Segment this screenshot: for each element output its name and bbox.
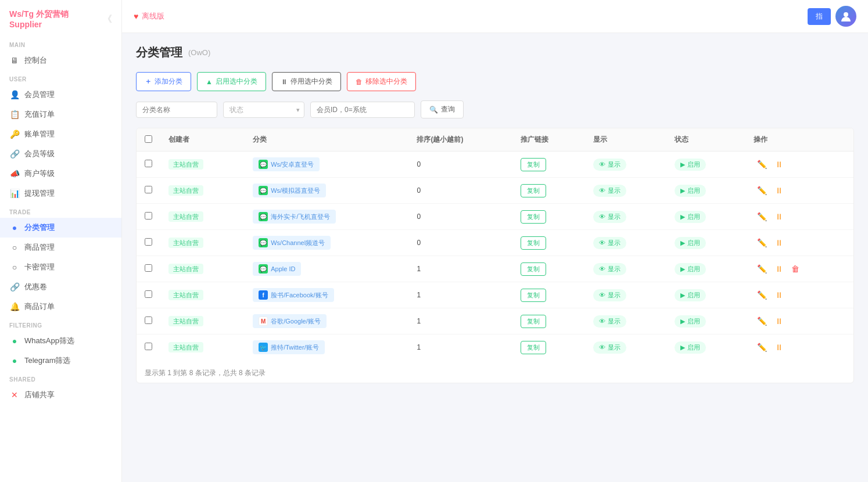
section-main: MAIN [0, 36, 121, 51]
pause-button[interactable]: ⏸ [772, 315, 787, 327]
section-trade: TRADE [0, 203, 121, 218]
sidebar-item-category[interactable]: ● 分类管理 [0, 218, 121, 238]
copy-button[interactable]: 复制 [521, 341, 546, 354]
eye-icon: 👁 [599, 265, 605, 272]
sidebar-item-dashboard[interactable]: 🖥 控制台 [0, 51, 121, 70]
sidebar-item-whatsapp-filter[interactable]: ● WhatsApp筛选 [0, 331, 121, 351]
row-checkbox-2[interactable] [145, 186, 152, 193]
th-display: 显示 [585, 128, 666, 152]
td-category: 💬 Ws/安卓直登号 [245, 152, 408, 178]
table-row: 主站自营 💬 Ws/安卓直登号 0 复制 👁 显示 ▶ 启用 ✏️ [137, 152, 853, 178]
copy-button[interactable]: 复制 [521, 236, 546, 250]
enable-selected-button[interactable]: ▲ 启用选中分类 [197, 72, 266, 91]
status-badge: ▶ 启用 [675, 263, 706, 275]
category-name: Ws/安卓直登号 [271, 160, 314, 169]
copy-button[interactable]: 复制 [521, 184, 546, 197]
edit-button[interactable]: ✏️ [754, 237, 770, 249]
copy-button[interactable]: 复制 [521, 158, 546, 171]
td-status: ▶ 启用 [666, 230, 745, 256]
sidebar-item-member-level[interactable]: 🔗 会员等级 [0, 144, 121, 164]
edit-button[interactable]: ✏️ [754, 185, 770, 196]
th-promo-link: 推广链接 [512, 128, 585, 152]
delete-selected-button[interactable]: 🗑 移除选中分类 [347, 72, 416, 91]
filter-id-input[interactable] [310, 102, 415, 118]
copy-button[interactable]: 复制 [521, 289, 546, 302]
pause-button[interactable]: ⏸ [772, 237, 787, 249]
edit-button[interactable]: ✏️ [754, 315, 770, 327]
copy-button[interactable]: 复制 [521, 262, 546, 276]
td-display: 👁 显示 [585, 152, 666, 178]
td-status: ▶ 启用 [666, 334, 745, 361]
sidebar-item-product-orders[interactable]: 🔔 商品订单 [0, 297, 121, 316]
sidebar-item-telegram-filter[interactable]: ● Telegram筛选 [0, 351, 121, 371]
category-icon: 💬 [259, 186, 268, 195]
pause-button[interactable]: ⏸ [772, 159, 787, 170]
td-promo: 复制 [512, 308, 585, 334]
td-status: ▶ 启用 [666, 282, 745, 308]
td-creator: 主站自营 [160, 256, 245, 282]
category-icon: ● [9, 222, 20, 233]
play-icon: ▶ [680, 187, 685, 195]
status-badge: ▶ 启用 [675, 185, 706, 197]
category-name: Ws/Channel频道号 [271, 239, 325, 247]
filter-status-select[interactable]: 状态 [223, 102, 304, 118]
edit-button[interactable]: ✏️ [754, 341, 770, 353]
product-orders-icon: 🔔 [9, 301, 20, 312]
sidebar-item-recharge[interactable]: 📋 充值订单 [0, 105, 121, 124]
copy-button[interactable]: 复制 [521, 210, 546, 224]
delete-button[interactable]: 🗑 [788, 263, 803, 275]
copy-button[interactable]: 复制 [521, 315, 546, 328]
td-checkbox [137, 178, 160, 204]
sidebar-item-store-share[interactable]: ✕ 店铺共享 [0, 385, 121, 405]
pause-button[interactable]: ⏸ [772, 289, 787, 301]
whatsapp-filter-icon: ● [9, 336, 20, 346]
filter-name-input[interactable] [136, 102, 217, 118]
creator-tag: 主站自营 [168, 264, 203, 274]
action-icons: ✏️ ⏸ [754, 315, 845, 327]
disable-selected-button[interactable]: ⏸ 停用选中分类 [272, 72, 341, 91]
filter-status-wrap: 状态 [223, 102, 304, 118]
sidebar-item-withdraw[interactable]: 📊 提现管理 [0, 184, 121, 203]
category-tag: 💬 海外实卡/飞机直登号 [253, 210, 336, 224]
category-tag: f 脸书/Facebook/账号 [253, 288, 333, 302]
edit-button[interactable]: ✏️ [754, 263, 770, 275]
extra-button[interactable]: 指 [808, 8, 831, 25]
collapse-icon[interactable]: 《 [103, 13, 112, 26]
sidebar-item-card[interactable]: ○ 卡密管理 [0, 257, 121, 277]
sidebar-item-label: 商品管理 [24, 242, 55, 253]
pause-button[interactable]: ⏸ [772, 185, 787, 196]
pause-button[interactable]: ⏸ [772, 211, 787, 222]
row-checkbox-6[interactable] [145, 290, 152, 298]
add-category-button[interactable]: ＋ 添加分类 [136, 72, 191, 91]
sidebar-item-merchant-level[interactable]: 📣 商户等级 [0, 164, 121, 184]
heart-icon: ♥ [134, 12, 138, 21]
td-display: 👁 显示 [585, 308, 666, 334]
sidebar-item-label: 卡密管理 [24, 262, 55, 272]
td-sort: 0 [408, 204, 512, 230]
row-checkbox-7[interactable] [145, 316, 152, 324]
td-status: ▶ 启用 [666, 178, 745, 204]
search-button[interactable]: 🔍 查询 [421, 100, 464, 118]
row-checkbox-5[interactable] [145, 264, 152, 272]
th-checkbox [137, 128, 160, 152]
select-all-checkbox[interactable] [145, 135, 152, 143]
row-checkbox-3[interactable] [145, 212, 152, 220]
edit-button[interactable]: ✏️ [754, 211, 770, 222]
play-icon: ▶ [680, 239, 685, 247]
sidebar-item-account[interactable]: 🔑 账单管理 [0, 124, 121, 144]
edit-button[interactable]: ✏️ [754, 159, 770, 170]
display-badge: 👁 显示 [593, 341, 626, 354]
pause-button[interactable]: ⏸ [772, 341, 787, 353]
sidebar-item-coupon[interactable]: 🔗 优惠卷 [0, 277, 121, 297]
row-checkbox-1[interactable] [145, 160, 152, 167]
edit-button[interactable]: ✏️ [754, 289, 770, 301]
page-title: 分类管理 [136, 45, 182, 60]
sidebar-item-product[interactable]: ○ 商品管理 [0, 238, 121, 257]
row-checkbox-4[interactable] [145, 238, 152, 246]
sidebar-item-member[interactable]: 👤 会员管理 [0, 85, 121, 105]
pause-button[interactable]: ⏸ [772, 263, 787, 275]
row-checkbox-8[interactable] [145, 343, 152, 350]
category-icon: 💬 [259, 264, 268, 274]
td-actions: ✏️ ⏸ [745, 334, 853, 361]
display-badge: 👁 显示 [593, 237, 626, 249]
